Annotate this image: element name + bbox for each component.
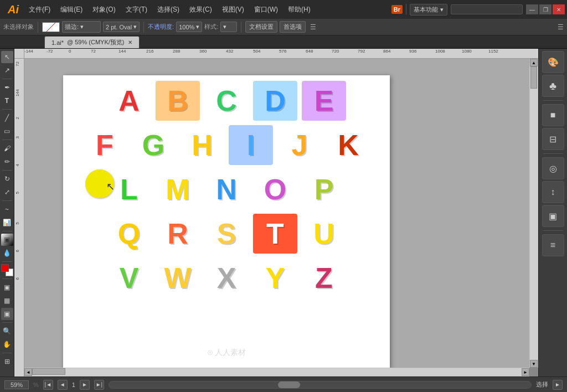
- ruler-corner: [14, 49, 24, 59]
- pencil-tool[interactable]: ✏: [1, 156, 13, 168]
- page-last-button[interactable]: ►|: [94, 380, 104, 390]
- page-first-button[interactable]: |◄: [43, 380, 53, 390]
- app-logo-text: Ai: [8, 3, 19, 16]
- letter-T: T: [253, 214, 297, 254]
- opacity-dropdown[interactable]: 100%▾: [176, 22, 202, 32]
- letter-K: K: [326, 125, 370, 165]
- letter-M: M: [156, 169, 200, 209]
- letter-row-2: F G H I J K: [63, 123, 390, 167]
- stroke-dropdown[interactable]: 描边:▾: [62, 21, 101, 33]
- canvas-area[interactable]: -144 -72 0 72 144 216 288 360 432 504 57…: [14, 49, 538, 376]
- stroke-preview: [42, 22, 60, 32]
- art-board-tool[interactable]: ⊞: [1, 355, 13, 368]
- appearance-icon[interactable]: ◎: [542, 157, 564, 179]
- letter-Y: Y: [253, 258, 297, 298]
- letter-O: O: [253, 169, 297, 209]
- screen-mode-3[interactable]: ▣: [1, 308, 13, 320]
- close-button[interactable]: ✕: [553, 4, 565, 14]
- gradient-panel-icon[interactable]: ⊟: [542, 128, 564, 150]
- rp-sep-1: [543, 100, 563, 101]
- paintbrush-tool[interactable]: 🖌: [1, 142, 13, 154]
- letter-Z: Z: [302, 258, 346, 298]
- menu-file[interactable]: 文件(F): [24, 3, 55, 17]
- rp-sep-3: [543, 230, 563, 231]
- stroke-value-dropdown[interactable]: 2 pt. Oval▾: [103, 22, 140, 32]
- tool-sep-5: [2, 200, 12, 201]
- preferences-button[interactable]: 首选项: [280, 21, 306, 33]
- letter-U: U: [302, 214, 346, 254]
- workspace-selector[interactable]: 基本功能 ▾: [410, 4, 447, 16]
- letter-F: F: [83, 125, 127, 165]
- letter-Q: Q: [107, 214, 151, 254]
- page-number: 1: [72, 381, 75, 388]
- scroll-right-button[interactable]: ►: [522, 368, 529, 376]
- scroll-left-button[interactable]: ◄: [24, 368, 32, 376]
- letter-E: E: [302, 81, 346, 121]
- type-tool[interactable]: T: [1, 95, 13, 107]
- page-prev-button[interactable]: ◄: [58, 380, 68, 390]
- pathfinder-icon[interactable]: ▣: [542, 205, 564, 227]
- scale-tool[interactable]: ⤢: [1, 186, 13, 198]
- scroll-up-button[interactable]: ▲: [530, 59, 538, 66]
- menu-view[interactable]: 视图(V): [218, 3, 249, 17]
- zoom-input[interactable]: [4, 380, 29, 389]
- menu-bar: Ai 文件(F) 编辑(E) 对象(O) 文字(T) 选择(S) 效果(C) 视…: [0, 0, 567, 19]
- page-next-button[interactable]: ►: [80, 380, 90, 390]
- pen-tool[interactable]: ✒: [1, 81, 13, 94]
- hand-tool[interactable]: ✋: [1, 338, 13, 350]
- document-tab[interactable]: 1.ai* @ 59% (CMYK/预览) ✕: [44, 36, 140, 48]
- view-tools[interactable]: 🔍: [1, 325, 13, 337]
- doc-settings-button[interactable]: 文档设置: [245, 21, 277, 33]
- minimize-button[interactable]: —: [526, 4, 538, 14]
- tool-sep-2: [2, 109, 12, 110]
- rotate-tool[interactable]: ↻: [1, 173, 13, 185]
- screen-mode-2[interactable]: ▦: [1, 295, 13, 307]
- menu-object[interactable]: 对象(O): [88, 3, 120, 17]
- tool-sep-6: [2, 231, 12, 231]
- scroll-track-v[interactable]: [530, 66, 538, 360]
- scroll-down-button[interactable]: ▼: [530, 360, 538, 368]
- restore-button[interactable]: ❐: [539, 4, 551, 14]
- rect-tool[interactable]: ▭: [1, 125, 13, 137]
- direct-select-tool[interactable]: ↗: [1, 64, 13, 76]
- align-icon[interactable]: ↕: [542, 181, 564, 203]
- fill-stroke-swatches[interactable]: [1, 264, 13, 276]
- warp-tool[interactable]: ~: [1, 203, 13, 215]
- ruler-left: 72 144 2 3 4 5 5 6 6: [14, 59, 24, 376]
- menu-effect[interactable]: 效果(C): [185, 3, 217, 17]
- gradient-tool[interactable]: ▣: [1, 234, 13, 246]
- scroll-right-status[interactable]: ►: [553, 380, 563, 390]
- scroll-right: ▲ ▼: [529, 59, 538, 368]
- tab-close-button[interactable]: ✕: [128, 39, 132, 45]
- menu-type[interactable]: 文字(T): [121, 3, 152, 17]
- line-tool[interactable]: ╱: [1, 112, 13, 124]
- style-dropdown[interactable]: ▾: [220, 22, 237, 32]
- symbol-panel-icon[interactable]: ♣: [542, 75, 564, 97]
- no-selection-label: 未选择对象: [3, 23, 34, 31]
- menu-items: 文件(F) 编辑(E) 对象(O) 文字(T) 选择(S) 效果(C) 视图(V…: [24, 3, 315, 17]
- letter-V: V: [107, 258, 151, 298]
- search-input[interactable]: [451, 4, 523, 14]
- menu-edit[interactable]: 编辑(E): [56, 3, 87, 17]
- bridge-icon[interactable]: Br: [391, 5, 403, 14]
- select-tool[interactable]: ↖: [1, 51, 13, 63]
- scroll-thumb-v[interactable]: [530, 66, 537, 89]
- screen-mode-1[interactable]: ▣: [1, 281, 13, 293]
- menu-window[interactable]: 窗口(W): [250, 3, 282, 17]
- scroll-thumb-h[interactable]: [32, 368, 65, 375]
- menu-select[interactable]: 选择(S): [153, 3, 184, 17]
- scroll-track-h[interactable]: [32, 368, 522, 376]
- color-panel-icon[interactable]: 🎨: [542, 51, 564, 73]
- horizontal-scrollbar[interactable]: [109, 381, 532, 389]
- stroke-panel-icon[interactable]: ■: [542, 104, 564, 126]
- yellow-circle-object[interactable]: [85, 169, 114, 198]
- layers-panel-icon[interactable]: ≡: [542, 234, 564, 256]
- tool-sep-8: [2, 278, 12, 279]
- eyedropper-tool[interactable]: 💧: [1, 247, 13, 259]
- graph-tool[interactable]: 📊: [1, 216, 13, 229]
- scrollbar-thumb[interactable]: [278, 381, 300, 388]
- letter-row-5: V W X Y Z: [63, 256, 390, 300]
- status-sep: %: [33, 381, 39, 388]
- status-right: ►: [553, 380, 563, 390]
- menu-help[interactable]: 帮助(H): [284, 3, 315, 17]
